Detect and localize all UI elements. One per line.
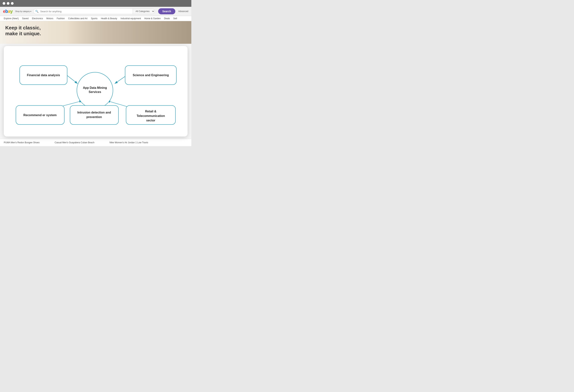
search-input[interactable]: [40, 9, 133, 14]
traffic-light-2[interactable]: [7, 2, 9, 5]
nav-item-electronics[interactable]: Electronics: [32, 17, 43, 20]
svg-text:Recommend er system: Recommend er system: [23, 113, 57, 117]
traffic-light-3[interactable]: [11, 2, 14, 5]
diagram-container: App Data Mining Services Financial data …: [4, 46, 187, 137]
hero-title-line1: Keep it classic,: [5, 25, 41, 31]
browser-chrome: ebay Shop by category ▾ 🔍 All Categories…: [0, 7, 191, 16]
product-strip: PUMA Men's Redon Bungee Shoes Casual Men…: [0, 139, 191, 146]
svg-text:Financial data analysis: Financial data analysis: [27, 73, 60, 77]
chevron-down-icon: ▾: [30, 10, 31, 12]
nav-item-industrial[interactable]: Industrial equipment: [121, 17, 141, 20]
product-item-2[interactable]: Casual Men's Guayabera Cuban Beach: [55, 141, 94, 144]
hero-image-overlay: [67, 21, 191, 44]
svg-text:sector: sector: [146, 119, 156, 122]
nav-item-deals[interactable]: Deals: [164, 17, 170, 20]
nav-bar: Explore (New!) Saved Electronics Motors …: [0, 16, 191, 21]
svg-text:prevention: prevention: [86, 115, 102, 119]
product-item-3[interactable]: Nike Women's Air Jordan 1 Low Travis: [109, 141, 148, 144]
category-select[interactable]: All Categories: [133, 9, 155, 14]
svg-text:Intrusion detection and: Intrusion detection and: [77, 111, 111, 114]
diagram-wrapper: ‹: [4, 46, 187, 137]
search-bar: 🔍 All Categories: [33, 8, 155, 14]
advanced-link[interactable]: Advanced: [178, 10, 188, 13]
svg-line-2: [115, 75, 126, 83]
svg-rect-15: [70, 105, 118, 125]
product-item-1[interactable]: PUMA Men's Redon Bungee Shoes: [4, 141, 40, 144]
nav-item-fashion[interactable]: Fashion: [57, 17, 65, 20]
nav-item-health[interactable]: Health & Beauty: [101, 17, 117, 20]
hero-title-line2: make it unique.: [5, 31, 41, 37]
ebay-logo: ebay: [3, 9, 13, 14]
hero-banner: Keep it classic, make it unique.: [0, 21, 191, 44]
svg-text:Telecommunication: Telecommunication: [137, 114, 165, 118]
nav-item-home[interactable]: Home & Garden: [144, 17, 161, 20]
svg-text:Retail  &: Retail &: [145, 110, 156, 113]
title-bar: [0, 0, 191, 7]
svg-text:Services: Services: [89, 90, 101, 94]
traffic-light-1[interactable]: [3, 2, 5, 5]
svg-text:Science and Engineering: Science and Engineering: [133, 73, 169, 77]
nav-item-sell[interactable]: Sell: [173, 17, 177, 20]
shop-by-button[interactable]: Shop by category ▾: [15, 10, 31, 12]
search-icon: 🔍: [33, 10, 40, 13]
main-content: ‹: [0, 44, 191, 139]
hero-text: Keep it classic, make it unique.: [5, 25, 41, 37]
nav-item-collectibles[interactable]: Collectibles and Art: [68, 17, 87, 20]
nav-item-saved[interactable]: Saved: [22, 17, 28, 20]
nav-item-explore[interactable]: Explore (New!): [4, 17, 19, 20]
search-button[interactable]: Search: [158, 8, 175, 14]
svg-line-1: [67, 75, 78, 83]
diagram-svg: App Data Mining Services Financial data …: [8, 52, 183, 131]
nav-item-sports[interactable]: Sports: [91, 17, 98, 20]
nav-item-motors[interactable]: Motors: [46, 17, 53, 20]
svg-text:App Data Mining: App Data Mining: [83, 86, 107, 89]
